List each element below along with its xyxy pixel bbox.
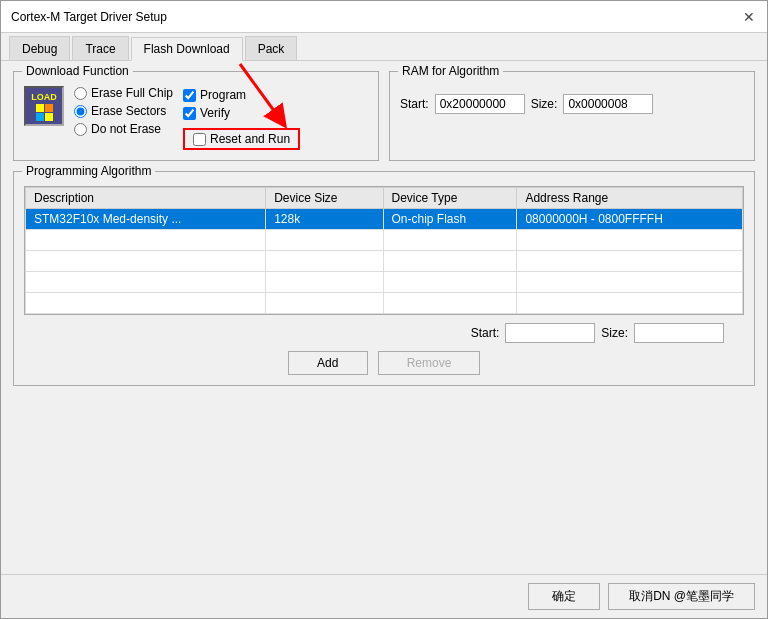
table-row-empty4 [26, 293, 743, 314]
tab-pack[interactable]: Pack [245, 36, 298, 60]
algo-table-wrapper: Description Device Size Device Type Addr… [24, 186, 744, 315]
table-row[interactable]: STM32F10x Med-density ... 128k On-chip F… [26, 209, 743, 230]
sq-blue [36, 113, 44, 121]
checkbox-program-input[interactable] [183, 89, 196, 102]
ram-start-label: Start: [400, 97, 429, 111]
algo-size-label: Size: [601, 326, 628, 340]
df-inner: LOAD Erase Full Chip [24, 86, 368, 150]
col-address-range: Address Range [517, 188, 743, 209]
cell-device-type: On-chip Flash [383, 209, 517, 230]
title-bar-controls: ✕ [741, 9, 757, 25]
df-columns: Erase Full Chip Erase Sectors Do not Era… [74, 86, 300, 150]
ram-legend: RAM for Algorithm [398, 64, 503, 78]
ram-size-input[interactable] [563, 94, 653, 114]
cell-address-range: 08000000H - 0800FFFFH [517, 209, 743, 230]
table-row-empty1 [26, 230, 743, 251]
cancel-button[interactable]: 取消DN @笔墨同学 [608, 583, 755, 610]
algo-size-input[interactable] [634, 323, 724, 343]
main-window: Cortex-M Target Driver Setup ✕ Debug Tra… [0, 0, 768, 619]
radio-erase-sectors-input[interactable] [74, 105, 87, 118]
cell-description: STM32F10x Med-density ... [26, 209, 266, 230]
download-function-legend: Download Function [22, 64, 133, 78]
col-description: Description [26, 188, 266, 209]
tab-debug[interactable]: Debug [9, 36, 70, 60]
algo-bottom: Start: Size: [24, 323, 744, 343]
radio-erase-sectors[interactable]: Erase Sectors [74, 104, 173, 118]
algo-start-input[interactable] [505, 323, 595, 343]
remove-button[interactable]: Remove [378, 351, 481, 375]
tab-trace[interactable]: Trace [72, 36, 128, 60]
col-device-type: Device Type [383, 188, 517, 209]
checkbox-program[interactable]: Program [183, 88, 300, 102]
table-row-empty3 [26, 272, 743, 293]
checkbox-verify[interactable]: Verify [183, 106, 300, 120]
tab-flash-download[interactable]: Flash Download [131, 37, 243, 61]
reset-run-checkbox[interactable] [193, 133, 206, 146]
checkbox-verify-input[interactable] [183, 107, 196, 120]
sq-orange [45, 104, 53, 112]
radio-erase-full-chip[interactable]: Erase Full Chip [74, 86, 173, 100]
sq-yellow1 [36, 104, 44, 112]
close-button[interactable]: ✕ [741, 9, 757, 25]
table-row-empty2 [26, 251, 743, 272]
ram-for-algorithm-group: RAM for Algorithm Start: Size: [389, 71, 755, 161]
programming-algorithm-group: Programming Algorithm Description Device… [13, 171, 755, 386]
load-text: LOAD [31, 92, 57, 102]
ok-button[interactable]: 确定 [528, 583, 600, 610]
title-bar: Cortex-M Target Driver Setup ✕ [1, 1, 767, 33]
checkbox-group: Program Verify [183, 88, 300, 120]
top-section: Download Function LOAD [13, 71, 755, 161]
ram-start-input[interactable] [435, 94, 525, 114]
prog-algo-legend: Programming Algorithm [22, 164, 155, 178]
algo-buttons: Add Remove [24, 351, 744, 375]
load-icon: LOAD [24, 86, 64, 126]
add-button[interactable]: Add [288, 351, 368, 375]
ram-row: Start: Size: [400, 94, 744, 114]
reset-run-wrapper: Reset and Run [183, 124, 300, 150]
ram-size-label: Size: [531, 97, 558, 111]
checkbox-reset-col: Program Verify Reset and Run [183, 86, 300, 150]
radio-group: Erase Full Chip Erase Sectors Do not Era… [74, 86, 173, 150]
bottom-bar: 确定 取消DN @笔墨同学 [1, 574, 767, 618]
reset-run-button[interactable]: Reset and Run [183, 128, 300, 150]
tab-bar: Debug Trace Flash Download Pack [1, 33, 767, 61]
radio-do-not-erase[interactable]: Do not Erase [74, 122, 173, 136]
algo-start-label: Start: [471, 326, 500, 340]
main-content: Download Function LOAD [1, 61, 767, 574]
radio-erase-full-chip-input[interactable] [74, 87, 87, 100]
col-device-size: Device Size [266, 188, 383, 209]
radio-do-not-erase-input[interactable] [74, 123, 87, 136]
cell-device-size: 128k [266, 209, 383, 230]
icon-squares [36, 104, 53, 121]
download-function-group: Download Function LOAD [13, 71, 379, 161]
algo-table: Description Device Size Device Type Addr… [25, 187, 743, 314]
sq-yellow2 [45, 113, 53, 121]
window-title: Cortex-M Target Driver Setup [11, 10, 167, 24]
